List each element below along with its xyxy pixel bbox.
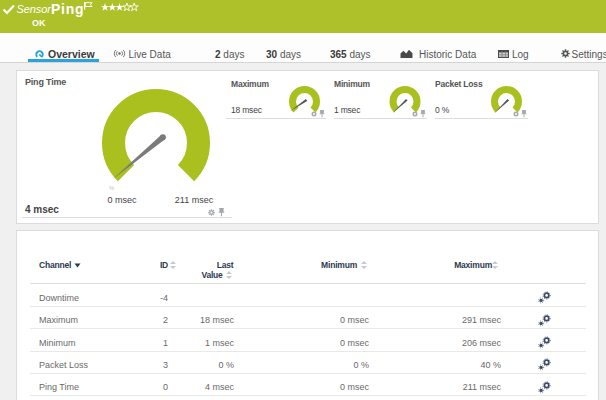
svg-text:%: % bbox=[109, 185, 115, 191]
